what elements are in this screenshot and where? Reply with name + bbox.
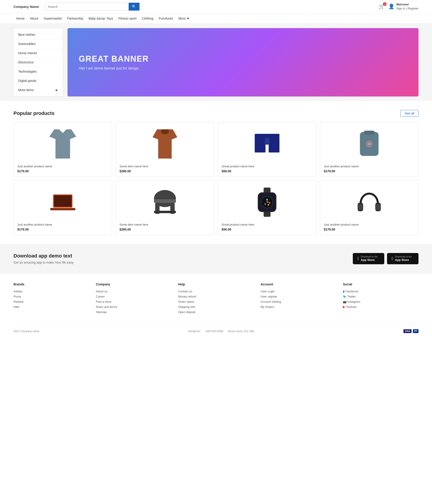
sidebar-item-best-clothes[interactable]: Best clothes [14,30,63,39]
sidebar-item-more-items[interactable]: More items ► [14,85,63,94]
footer-link-facebook[interactable]: ▮ Facebook [343,290,419,293]
svg-rect-13 [50,208,75,210]
app-store-button-1[interactable]:  Download on the App Store [353,253,384,264]
tshirt-icon [49,129,76,159]
nav-about[interactable]: About [27,13,41,23]
product-card-4[interactable]: Just another product name $179.00 [320,122,419,177]
paypal-icon: PP [413,329,419,333]
footer-link-contact[interactable]: Contact us [178,290,254,293]
nav-supermarket[interactable]: Supermarket [41,13,64,23]
app-store-button-2[interactable]:  Download on the App Store [387,253,419,264]
footer: Brands Adidas Puma Reebok Nike Company A… [0,273,432,342]
shorts-icon [254,129,281,159]
sidebar-item-electronics[interactable]: Electronics [14,58,63,67]
svg-rect-18 [154,211,176,213]
footer-link-my-orders[interactable]: My Orders [261,305,336,309]
footer-link-rules[interactable]: Rules and terms [96,305,171,309]
svg-rect-20 [264,211,271,217]
svg-rect-5 [269,138,279,153]
headphones-icon [356,188,383,217]
sidebar-label: Digital goods [18,79,37,82]
sidebar-item-home-interior[interactable]: Home interior [14,49,63,58]
apple-icon-2:  [392,256,393,261]
products-section-header: Popular products See all [13,110,419,117]
svg-point-27 [267,204,269,206]
footer-link-shipping[interactable]: Shipping info [178,305,254,309]
product-image-2 [119,126,210,162]
product-price-7: $56.00 [222,228,313,231]
footer-copyright: 2021 Company name [13,330,39,333]
footer-link-refund[interactable]: Money refund [178,295,254,298]
welcome-text: Welcome! Sign in | Register [396,3,419,10]
header-right: 🛒 0 👤 Welcome! Sign in | Register [379,3,419,10]
footer-link-user-register[interactable]: User register [261,295,336,298]
search-input[interactable] [45,3,129,10]
app-buttons:  Download on the App Store  Download o… [353,253,419,264]
visa-icon: VISA [404,329,411,333]
facebook-icon: ▮ [343,290,344,293]
nav-baby-toys[interactable]: Baby &amp; Toys [86,13,116,23]
sign-in-register[interactable]: Sign in | Register [396,7,419,10]
cart-area[interactable]: 🛒 0 [379,4,385,9]
footer-link-career[interactable]: Career [96,295,171,298]
footer-social: Social ▮ Facebook 🐦 Twitter 📷 Instagram … [343,282,419,315]
product-card-1[interactable]: Just another product name $179.00 [13,122,112,177]
chevron-right-icon: ► [55,88,58,92]
footer-link-dispute[interactable]: Open dispute [178,310,254,314]
svg-rect-4 [255,138,266,153]
product-card-6[interactable]: Some item name here $280.00 [116,180,214,235]
footer-link-about-us[interactable]: About us [96,290,171,293]
search-button[interactable]: 🔍 [129,3,139,10]
footer-link-reebok[interactable]: Reebok [13,300,89,303]
hero-section: Best clothes Automobiles Home interior E… [0,24,432,101]
user-area[interactable]: 👤 Welcome! Sign in | Register [388,3,419,10]
product-card-5[interactable]: Just another product name $179.00 [13,180,112,235]
svg-rect-6 [265,138,269,145]
payment-icons: VISA PP [404,329,419,333]
search-bar: 🔍 [45,3,139,10]
footer-account: Account User Login User register Account… [261,282,336,315]
sidebar-item-technologies[interactable]: Technologies [14,67,63,76]
footer-link-account-setting[interactable]: Account Setting [261,300,336,303]
product-card-7[interactable]: Great product name here $56.00 [218,180,316,235]
nav-partnership[interactable]: Partnership [64,13,86,23]
footer-link-youtube[interactable]: ▶ Youtube [343,305,419,309]
see-all-button[interactable]: See all [400,110,419,117]
svg-point-26 [264,203,266,205]
footer-company-heading: Company [96,282,171,286]
product-card-8[interactable]: Just another product name $179.00 [320,180,419,235]
app-store-text-1: Download on the App Store [361,255,377,262]
product-card-3[interactable]: Great product name here $56.00 [218,122,316,177]
footer-link-adidas[interactable]: Adidas [13,290,89,293]
app-store-large-2: App Store [395,258,409,261]
laptop-icon [49,188,76,217]
footer-link-order-status[interactable]: Order status [178,300,254,303]
footer-link-find-store[interactable]: Find a store [96,300,171,303]
svg-rect-15 [154,199,176,203]
product-name-5: Just another product name [17,223,108,226]
footer-link-instagram[interactable]: 📷 Instagram [343,300,419,303]
product-name-4: Just another product name [324,165,415,168]
banner-subtitle: Hey I am demo banner just for design [79,66,407,70]
footer-link-twitter[interactable]: 🐦 Twitter [343,295,419,298]
header: Company Name 🔍 🛒 0 👤 Welcome! Sign in | … [0,0,432,13]
sidebar-item-digital-goods[interactable]: Digital goods [14,76,63,85]
product-image-1 [17,126,108,162]
nav-furnitures[interactable]: Furnitures [156,13,176,23]
svg-rect-8 [364,131,374,135]
cart-badge: 0 [383,2,386,6]
product-image-3 [222,126,313,162]
footer-link-puma[interactable]: Puma [13,295,89,298]
footer-link-nike[interactable]: Nike [13,305,89,309]
nav-clothing[interactable]: Clothing [139,13,156,23]
product-card-2[interactable]: Some item name here $280.00 [116,122,214,177]
nav-home[interactable]: Home [13,13,27,23]
product-price-4: $179.00 [324,169,415,173]
footer-link-user-login[interactable]: User Login [261,290,336,293]
svg-point-25 [269,202,270,204]
nav-fitness[interactable]: Fitness sport [116,13,139,23]
nav-more[interactable]: More ▼ [176,13,192,23]
footer-address: Street name 123, ABC [228,330,255,333]
sidebar-item-automobiles[interactable]: Automobiles [14,39,63,49]
footer-link-sitemap[interactable]: Sitemap [96,310,171,314]
